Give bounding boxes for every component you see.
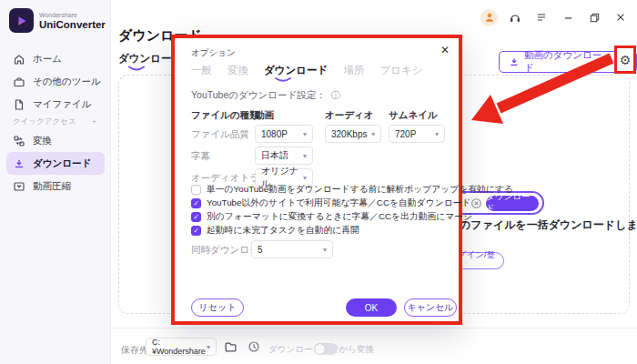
caret-down-icon: ▾ (303, 152, 307, 160)
checkbox-row-auto-subtitle: ✓ YouTube以外のサイトで利用可能な字幕／CCを自動ダウンロード (191, 197, 471, 209)
checkbox-label: 起動時に未完了タスクを自動的に再開 (207, 225, 359, 237)
sidebar-item-other-tools[interactable]: その他のツール (0, 70, 111, 93)
dialog-active-tab-underline (275, 77, 291, 83)
user-avatar[interactable] (480, 9, 498, 26)
checkbox-unchecked[interactable] (191, 185, 201, 195)
open-folder-icon[interactable] (224, 340, 238, 354)
sidebar-item-label: その他のツール (33, 76, 101, 88)
brand-company: Wondershare (39, 12, 106, 19)
sidebar: Wondershare UniConverter ホーム その他のツール マイフ… (0, 0, 111, 364)
tab-location[interactable]: 場所 (343, 64, 364, 77)
options-dialog: オプション ✕ 一般 変換 ダウンロード 場所 プロキシ YouTubeのダウン… (171, 35, 462, 325)
quick-access-label: クイックアクセス (13, 116, 76, 127)
sidebar-item-download[interactable]: ダウンロード (6, 152, 105, 175)
close-window-icon[interactable] (612, 8, 630, 26)
ok-button[interactable]: OK (346, 298, 397, 317)
audio-quality-value: 320Kbps (331, 129, 367, 139)
sidebar-nav: ホーム その他のツール マイファイル (0, 47, 111, 116)
sidebar-item-label: ホーム (33, 53, 62, 66)
save-path-select[interactable]: C:¥Wondershare▾ (146, 338, 217, 356)
sidebar-item-my-files[interactable]: マイファイル (0, 93, 111, 116)
col-audio: オーディオ (325, 109, 373, 122)
schedule-clock-icon[interactable] (248, 340, 260, 353)
clear-input-icon[interactable] (470, 197, 482, 209)
sidebar-item-label: ダウンロード (33, 157, 91, 170)
quick-access-header: クイックアクセス ＋ (13, 116, 98, 127)
footer-divider (111, 328, 637, 329)
youtube-settings-heading: YouTubeのダウンロード設定： ⓘ (191, 89, 340, 102)
toolbox-icon (13, 76, 25, 88)
download-tray-icon (509, 56, 520, 67)
checkbox-checked[interactable]: ✓ (191, 212, 201, 222)
tab-convert[interactable]: 変換 (228, 64, 248, 77)
audio-quality-select[interactable]: 320Kbps▾ (325, 125, 381, 143)
tab-download[interactable]: ダウンロード (264, 64, 328, 77)
toggle-knob (315, 344, 325, 354)
checkbox-label: YouTube以外のサイトで利用可能な字幕／CCを自動ダウンロード (207, 197, 471, 209)
quick-access-nav: 変換 ダウンロード 動画圧縮 (0, 129, 111, 197)
task-list-icon[interactable] (532, 8, 551, 26)
save-destination-label: 保存先 (121, 344, 148, 357)
caret-down-icon: ▾ (303, 130, 307, 138)
app-logo: Wondershare UniConverter (9, 8, 106, 33)
file-icon (13, 98, 25, 111)
checkbox-label: 別のフォーマットに変換するときに字幕／CCを出力動画にマージ (207, 211, 472, 223)
url-download-button[interactable]: ダウンロード (486, 196, 539, 211)
sidebar-item-convert[interactable]: 変換 (0, 129, 111, 152)
window-controls (480, 8, 630, 26)
sidebar-item-label: マイファイル (33, 98, 91, 111)
restore-icon[interactable] (585, 8, 603, 26)
thumbnail-quality-select[interactable]: 720P▾ (389, 125, 445, 143)
checkbox-row-analysis-popup: 単一のYouTube動画をダウンロードする前に解析ポップアップを有効にする (191, 184, 513, 196)
caret-down-icon: ▾ (435, 130, 439, 138)
subtitle-language-value: 日本語 (261, 149, 288, 162)
support-headset-icon[interactable] (506, 8, 524, 26)
subtitle-language-select[interactable]: 日本語▾ (255, 147, 313, 165)
row-label-quality: ファイル品質 (191, 128, 249, 141)
minimize-icon[interactable] (559, 8, 577, 26)
dialog-tabs: 一般 変換 ダウンロード 場所 プロキシ (191, 64, 422, 77)
cancel-button[interactable]: キャンセル (404, 298, 457, 317)
home-icon (13, 53, 25, 66)
reset-button[interactable]: リセット (191, 298, 244, 317)
batch-download-hint: のファイルを一括ダウンロードしま (460, 217, 637, 233)
sidebar-item-home[interactable]: ホーム (0, 47, 111, 70)
sidebar-item-label: 変換 (33, 135, 52, 147)
row-label-subtitle: 字幕 (191, 150, 210, 163)
video-quality-select[interactable]: 1080P▾ (255, 125, 313, 143)
max-downloads-select[interactable]: 5▾ (251, 240, 333, 258)
info-icon[interactable]: ⓘ (331, 89, 340, 102)
checkbox-checked[interactable]: ✓ (191, 198, 201, 208)
download-icon (13, 157, 25, 170)
caret-down-icon: ▾ (207, 343, 210, 351)
video-quality-value: 1080P (261, 129, 288, 139)
checkbox-checked[interactable]: ✓ (191, 226, 201, 236)
compress-icon (13, 180, 25, 193)
caret-down-icon: ▾ (371, 130, 375, 138)
dialog-close-icon[interactable]: ✕ (440, 44, 450, 56)
gear-icon[interactable]: ⚙ (620, 53, 632, 67)
sidebar-item-label: 動画圧縮 (33, 180, 71, 193)
checkbox-row-merge-cc: ✓ 別のフォーマットに変換するときに字幕／CCを出力動画にマージ (191, 211, 472, 223)
max-downloads-value: 5 (258, 245, 263, 255)
col-file-type: ファイルの種類 (191, 109, 259, 122)
convert-icon (13, 135, 25, 147)
sidebar-item-video-compress[interactable]: 動画圧縮 (0, 175, 111, 197)
checkbox-label: 単一のYouTube動画をダウンロードする前に解析ポップアップを有効にする (207, 184, 513, 196)
save-path-value: C:¥Wondershare (152, 338, 207, 356)
col-video: 動画 (255, 109, 274, 122)
section-title-text: YouTubeのダウンロード設定： (191, 89, 326, 102)
dialog-title: オプション (191, 47, 236, 59)
download-video-label: 動画のダウンロード (524, 49, 609, 75)
brand-product: UniConverter (39, 19, 106, 30)
convert-after-download-toggle[interactable] (314, 343, 338, 355)
thumbnail-quality-value: 720P (395, 129, 416, 139)
add-quick-access-icon[interactable]: ＋ (91, 116, 99, 127)
caret-down-icon: ▾ (303, 174, 307, 182)
tab-proxy[interactable]: プロキシ (379, 64, 422, 77)
settings-highlight-box: ⚙ (614, 46, 636, 74)
tab-general[interactable]: 一般 (191, 64, 212, 77)
col-thumbnail: サムネイル (389, 109, 438, 122)
uniconverter-logo-icon (9, 8, 34, 33)
caret-down-icon: ▾ (323, 246, 327, 254)
